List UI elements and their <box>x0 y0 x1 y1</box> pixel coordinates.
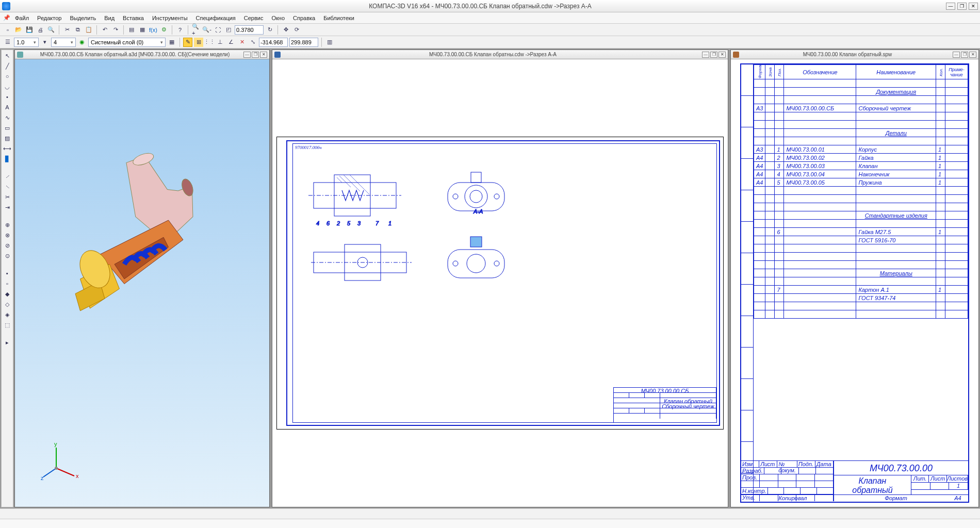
svg-text:6: 6 <box>326 220 330 226</box>
new-icon[interactable]: ▫ <box>3 25 12 35</box>
menu-tools[interactable]: Инструменты <box>149 14 191 22</box>
spline-icon[interactable]: ∿ <box>3 113 12 122</box>
menu-file[interactable]: Файл <box>11 14 32 22</box>
help-icon[interactable]: ? <box>175 25 185 35</box>
dim-icon[interactable]: ⟷ <box>3 144 12 153</box>
menu-libraries[interactable]: Библиотеки <box>320 14 358 22</box>
redo-icon[interactable]: ↷ <box>111 25 120 35</box>
collapse-icon[interactable]: ▸ <box>3 338 12 347</box>
layer-select[interactable]: Системный слой (0) <box>88 38 166 47</box>
layer-down-icon[interactable]: ▾ <box>40 38 50 47</box>
misc4-icon[interactable]: ◇ <box>3 300 12 309</box>
menu-bar: 📌 Файл Редактор Выделить Вид Вставка Инс… <box>0 12 980 24</box>
layers-icon[interactable]: ▦ <box>138 25 147 35</box>
misc2-icon[interactable]: ▫ <box>3 279 12 288</box>
zoom-in-icon[interactable]: 🔍+ <box>191 25 201 35</box>
layers-btn-icon[interactable]: ▦ <box>167 38 176 47</box>
title-block: МЧ00.73.00.00.СБ Клапан обратный Сборочн… <box>613 387 716 422</box>
menu-spec[interactable]: Спецификация <box>192 14 239 22</box>
spec-sheet[interactable]: Формат Зона Поз. Обозначение Наименовани… <box>740 63 969 503</box>
menu-view[interactable]: Вид <box>101 14 118 22</box>
menu-insert[interactable]: Вставка <box>119 14 148 22</box>
zoom-window-icon[interactable]: ◰ <box>224 25 233 35</box>
doc2d-icon <box>274 52 281 58</box>
hatch-icon[interactable]: ▨ <box>3 134 12 143</box>
menu-window[interactable]: Окно <box>268 14 288 22</box>
lineweight-select[interactable]: 1.0 <box>14 38 39 47</box>
menu-select[interactable]: Выделить <box>66 14 100 22</box>
panel3-min[interactable]: — <box>953 52 960 58</box>
vars-icon[interactable]: ⚙ <box>159 25 169 35</box>
panel1-min[interactable]: — <box>243 52 251 58</box>
edit2-icon[interactable]: ⟍ <box>3 182 12 191</box>
panel3-max[interactable]: ❐ <box>961 52 968 58</box>
svg-point-14 <box>465 185 487 208</box>
text-icon[interactable]: A <box>3 103 12 112</box>
zoom-input[interactable] <box>235 25 264 35</box>
table-icon[interactable]: ▥ <box>325 38 334 47</box>
print-icon[interactable]: 🖨 <box>36 25 45 35</box>
coords-icon[interactable]: ✕ <box>237 38 247 47</box>
constr4-icon[interactable]: ⊙ <box>3 251 12 260</box>
rotate-icon[interactable]: ⟳ <box>292 25 301 35</box>
fx-icon[interactable]: f(x) <box>149 25 158 35</box>
maximize-button[interactable]: ❐ <box>957 3 967 10</box>
spec-row: ГОСТ 5916-70 <box>754 236 968 244</box>
minimize-button[interactable]: — <box>946 3 955 10</box>
lineweight-icon[interactable]: ☰ <box>3 38 12 47</box>
coord-y-input[interactable] <box>289 38 318 47</box>
panel-spec: МЧ00.73.00.00 Клапан обратный.spw — ❐ ✕ … <box>730 50 979 507</box>
coord-x-input[interactable] <box>259 38 288 47</box>
circle-icon[interactable]: ○ <box>3 72 12 81</box>
ortho-icon[interactable]: ⊞ <box>194 38 203 47</box>
layer-num-select[interactable]: 4 <box>51 38 76 47</box>
rect-icon[interactable]: ▭ <box>3 123 12 133</box>
arc-icon[interactable]: ◡ <box>3 82 12 91</box>
extend-icon[interactable]: ⇥ <box>3 203 12 212</box>
panel2-close[interactable]: ✕ <box>718 52 726 58</box>
select-icon[interactable]: ↖ <box>3 51 12 60</box>
sheet-icon[interactable]: ▊ <box>3 154 12 163</box>
paste-icon[interactable]: 📋 <box>84 25 93 35</box>
panel3-close[interactable]: ✕ <box>969 52 976 58</box>
pan-icon[interactable]: ✥ <box>281 25 290 35</box>
menu-help[interactable]: Справка <box>289 14 319 22</box>
refresh-icon[interactable]: ↻ <box>265 25 274 35</box>
line-icon[interactable]: ╱ <box>3 61 12 71</box>
layer-color-icon[interactable]: ◉ <box>77 38 87 47</box>
undo-icon[interactable]: ↶ <box>100 25 109 35</box>
save-icon[interactable]: 💾 <box>25 25 34 35</box>
trim-icon[interactable]: ✂ <box>3 192 12 202</box>
misc1-icon[interactable]: ▪ <box>3 269 12 278</box>
misc3-icon[interactable]: ◆ <box>3 289 12 299</box>
constr2-icon[interactable]: ⊗ <box>3 230 12 240</box>
close-button[interactable]: ✕ <box>969 3 978 10</box>
constr3-icon[interactable]: ⊘ <box>3 241 12 250</box>
menu-edit[interactable]: Редактор <box>34 14 65 22</box>
panel2-min[interactable]: — <box>702 52 709 58</box>
snap-icon[interactable]: ⋮⋮ <box>205 38 214 47</box>
preview-icon[interactable]: 🔍 <box>46 25 56 35</box>
zoom-fit-icon[interactable]: ⛶ <box>213 25 222 35</box>
zoom-out-icon[interactable]: 🔍- <box>202 25 211 35</box>
highlight-icon[interactable]: ✎ <box>183 38 192 47</box>
viewport-3d[interactable]: x y z <box>15 59 269 507</box>
copy-icon[interactable]: ⧉ <box>73 25 83 35</box>
grid-icon[interactable]: ⊥ <box>216 38 225 47</box>
drawing-sheet[interactable]: 9700017.00бч <box>276 137 724 430</box>
edit1-icon[interactable]: ⟋ <box>3 172 12 181</box>
misc6-icon[interactable]: ⬚ <box>3 320 12 329</box>
xy-icon[interactable]: ⤡ <box>248 38 257 47</box>
panel1-max[interactable]: ❐ <box>252 52 259 58</box>
misc5-icon[interactable]: ◈ <box>3 310 12 319</box>
tree-icon[interactable]: ▤ <box>127 25 136 35</box>
constr1-icon[interactable]: ⊕ <box>3 220 12 229</box>
pin-icon[interactable]: 📌 <box>3 14 10 21</box>
menu-service[interactable]: Сервис <box>240 14 267 22</box>
point-icon[interactable]: • <box>3 92 12 102</box>
panel2-max[interactable]: ❐ <box>710 52 717 58</box>
open-icon[interactable]: 📂 <box>14 25 23 35</box>
cut-icon[interactable]: ✂ <box>62 25 72 35</box>
panel1-close[interactable]: ✕ <box>260 52 267 58</box>
angle-icon[interactable]: ∠ <box>226 38 236 47</box>
